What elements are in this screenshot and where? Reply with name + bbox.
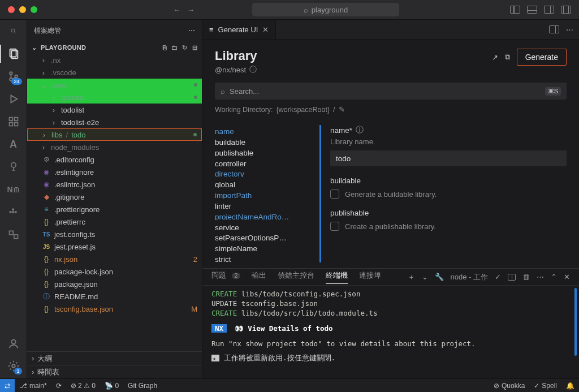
tab-output[interactable]: 輸出 bbox=[252, 270, 266, 283]
maximize-panel-icon[interactable]: ⌃ bbox=[551, 273, 557, 281]
terminal-task-label[interactable]: node - 工作 bbox=[451, 272, 488, 282]
buildable-checkbox[interactable] bbox=[330, 189, 339, 199]
opt-name[interactable]: name bbox=[215, 126, 308, 135]
tab-terminal[interactable]: 終端機 bbox=[326, 270, 348, 284]
status-sync[interactable]: ⟳ bbox=[51, 382, 66, 390]
tree-file-prettierrc[interactable]: {} .prettierrc bbox=[27, 216, 202, 228]
tree-file-gitignore[interactable]: ◆ .gitignore bbox=[27, 191, 202, 203]
tree-file-jest-config[interactable]: TS jest.config.ts bbox=[27, 228, 202, 240]
gitlens-icon[interactable] bbox=[7, 160, 20, 174]
opt-global[interactable]: global bbox=[215, 179, 308, 188]
generator-option-list[interactable]: name buildable publishable controller di… bbox=[215, 125, 308, 262]
nx-console-icon[interactable]: N⫙ bbox=[7, 183, 20, 196]
tree-folder-nx[interactable]: › .nx bbox=[27, 54, 202, 66]
sidebar-outline[interactable]: › 大綱 bbox=[27, 351, 202, 365]
close-icon[interactable]: ✕ bbox=[262, 25, 269, 34]
settings-gear-icon[interactable]: 1 bbox=[7, 359, 20, 373]
sidebar-timeline[interactable]: › 時間表 bbox=[27, 365, 202, 378]
minimize-window-icon[interactable] bbox=[19, 6, 26, 13]
apollo-icon[interactable]: A bbox=[7, 137, 20, 151]
tab-ports[interactable]: 連接埠 bbox=[359, 270, 381, 283]
new-folder-icon[interactable]: 🗀 bbox=[171, 44, 178, 51]
refresh-icon[interactable]: ↻ bbox=[182, 44, 187, 51]
status-ports[interactable]: 📡 0 bbox=[100, 382, 123, 390]
terminal-output[interactable]: CREATE libs/todo/tsconfig.spec.json UPDA… bbox=[202, 286, 579, 378]
close-window-icon[interactable] bbox=[8, 6, 15, 13]
split-editor-icon[interactable] bbox=[549, 25, 559, 33]
extensions-icon[interactable] bbox=[7, 115, 20, 128]
tree-file-tsconfig[interactable]: {} tsconfig.base.json M bbox=[27, 303, 202, 315]
layout-side-right-icon[interactable] bbox=[544, 6, 554, 14]
opt-linter[interactable]: linter bbox=[215, 201, 308, 209]
opt-simpleName[interactable]: simpleName bbox=[215, 243, 308, 252]
tab-more-icon[interactable]: ⋯ bbox=[566, 25, 573, 34]
tree-folder-apps[interactable]: ⌄ apps bbox=[27, 79, 202, 91]
publishable-checkbox[interactable] bbox=[330, 222, 339, 231]
new-terminal-icon[interactable]: ＋ bbox=[408, 272, 415, 282]
close-panel-icon[interactable]: ✕ bbox=[564, 273, 570, 281]
explorer-view-icon[interactable] bbox=[7, 47, 20, 61]
status-problems[interactable]: ⊘ 2 ⚠ 0 bbox=[66, 382, 100, 390]
opt-strict[interactable]: strict bbox=[215, 254, 308, 262]
run-debug-icon[interactable] bbox=[7, 92, 20, 106]
layout-customize-icon[interactable] bbox=[561, 6, 571, 14]
status-notifications[interactable]: 🔔 bbox=[561, 382, 579, 390]
nav-back-icon[interactable]: ← bbox=[173, 6, 180, 14]
nav-forward-icon[interactable]: → bbox=[187, 6, 195, 14]
terminal-dropdown-icon[interactable]: ⌄ bbox=[422, 273, 428, 281]
check-icon[interactable]: ✓ bbox=[495, 273, 501, 281]
command-center[interactable]: ⌕ playground bbox=[252, 3, 399, 16]
info-icon[interactable]: ⓘ bbox=[356, 125, 364, 135]
tree-file-package-lock[interactable]: {} package-lock.json bbox=[27, 265, 202, 278]
opt-importPath[interactable]: importPath bbox=[215, 190, 308, 199]
tree-folder-todolist[interactable]: › todolist bbox=[27, 104, 202, 116]
tree-file-eslintrc[interactable]: ◉ .eslintrc.json bbox=[27, 178, 202, 191]
opt-projectNameAndRoot[interactable]: projectNameAndRo… bbox=[215, 212, 308, 220]
tab-generate-ui[interactable]: ≡ Generate UI ✕ bbox=[202, 20, 276, 39]
status-branch[interactable]: ⎇ main* bbox=[15, 382, 51, 390]
layout-panel-icon[interactable] bbox=[527, 6, 537, 14]
remote-explorer-icon[interactable] bbox=[7, 228, 20, 242]
tree-folder-node-modules[interactable]: › node_modules bbox=[27, 141, 202, 153]
tree-folder-libs-todo[interactable]: › libs / todo bbox=[27, 128, 202, 141]
remote-indicator[interactable]: ⇄ bbox=[0, 379, 15, 392]
accounts-icon[interactable] bbox=[7, 337, 20, 350]
opt-service[interactable]: service bbox=[215, 222, 308, 231]
layout-side-left-icon[interactable] bbox=[510, 6, 520, 14]
panel-more-icon[interactable]: ⋯ bbox=[537, 273, 544, 281]
docker-icon[interactable] bbox=[7, 205, 20, 219]
info-icon[interactable]: ⓘ bbox=[249, 64, 257, 75]
copy-icon[interactable]: ⧉ bbox=[505, 53, 510, 62]
explorer-root[interactable]: ⌄ PLAYGROUND ⎘ 🗀 ↻ ⊟ bbox=[27, 41, 202, 54]
tree-folder-ground[interactable]: › ground bbox=[27, 91, 202, 104]
source-control-icon[interactable]: 24 bbox=[7, 70, 20, 83]
file-tree[interactable]: › .nx › .vscode ⌄ apps › ground › todoli… bbox=[27, 54, 202, 351]
tab-problems[interactable]: 問題 2 bbox=[211, 270, 240, 283]
tab-debug-console[interactable]: 偵錯主控台 bbox=[278, 270, 314, 283]
name-input[interactable] bbox=[330, 150, 567, 166]
tree-file-editorconfig[interactable]: ⚙ .editorconfig bbox=[27, 153, 202, 166]
tree-file-nx-json[interactable]: {} nx.json 2 bbox=[27, 253, 202, 265]
tree-file-eslintignore[interactable]: ◉ .eslintignore bbox=[27, 166, 202, 178]
tree-file-prettierignore[interactable]: ≡ .prettierignore bbox=[27, 203, 202, 216]
generator-search[interactable]: ⌕ Search... ⌘S bbox=[215, 83, 567, 100]
opt-setParserOptions[interactable]: setParserOptionsP… bbox=[215, 232, 308, 241]
collapse-all-icon[interactable]: ⊟ bbox=[192, 44, 197, 51]
status-gitgraph[interactable]: Git Graph bbox=[123, 382, 162, 390]
terminal-scrollbar[interactable] bbox=[574, 288, 577, 356]
status-quokka[interactable]: ⊘ Quokka bbox=[489, 382, 529, 390]
generate-button[interactable]: Generate bbox=[517, 49, 567, 66]
edit-icon[interactable]: ✎ bbox=[339, 105, 345, 114]
status-spell[interactable]: ✓ Spell bbox=[529, 382, 561, 390]
zoom-window-icon[interactable] bbox=[31, 6, 37, 13]
tree-folder-vscode[interactable]: › .vscode bbox=[27, 66, 202, 79]
tree-file-package-json[interactable]: {} package.json bbox=[27, 278, 202, 290]
tree-file-readme[interactable]: ⓘ README.md bbox=[27, 290, 202, 303]
wrench-icon[interactable]: 🔧 bbox=[435, 273, 444, 281]
trash-icon[interactable]: 🗑 bbox=[522, 273, 530, 281]
opt-directory[interactable]: directory bbox=[215, 169, 308, 177]
opt-publishable[interactable]: publishable bbox=[215, 148, 308, 156]
sidebar-more-icon[interactable]: ⋯ bbox=[188, 27, 195, 35]
tree-file-jest-preset[interactable]: JS jest.preset.js bbox=[27, 240, 202, 253]
open-external-icon[interactable]: ↗ bbox=[492, 53, 498, 62]
